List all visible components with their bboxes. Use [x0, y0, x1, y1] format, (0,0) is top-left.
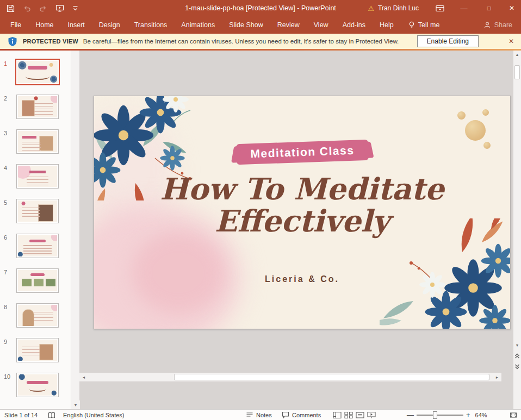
slide-title: How To Meditate Effectively	[94, 171, 510, 238]
maximize-button[interactable]: □	[482, 0, 496, 16]
slide-thumbnail-5[interactable]	[16, 199, 59, 223]
zoom-control: — + 64%	[407, 410, 487, 420]
tab-view[interactable]: View	[307, 16, 336, 34]
status-bar: Slide 1 of 14 English (United States) No…	[0, 409, 521, 420]
slide-indicator: Slide 1 of 14	[4, 410, 38, 420]
fit-slide-to-window-button[interactable]	[509, 410, 518, 420]
account-warning-icon: ⚠	[368, 5, 374, 12]
slide-thumbnail-2[interactable]	[16, 95, 59, 119]
enable-editing-button[interactable]: Enable Editing	[417, 35, 479, 47]
slide-thumbnail-9[interactable]	[16, 338, 59, 362]
slide-badge: Meditation Class	[235, 140, 368, 165]
banner-close-icon[interactable]: ✕	[506, 34, 517, 49]
zoom-in-button[interactable]: +	[466, 411, 470, 418]
slide-title-line1: How To Meditate	[94, 171, 510, 207]
scroll-up-icon[interactable]: ▲	[513, 51, 521, 59]
slide-canvas[interactable]: Meditation Class How To Meditate Effecti…	[94, 96, 511, 329]
slide-thumbnail-7[interactable]	[16, 268, 59, 293]
language-indicator[interactable]: English (United States)	[63, 410, 125, 420]
tab-design[interactable]: Design	[92, 16, 127, 34]
scroll-down-icon[interactable]: ▼	[513, 341, 521, 349]
vertical-scroll-thumb[interactable]	[514, 65, 520, 79]
ribbon-tab-bar: File Home Insert Design Transitions Anim…	[0, 16, 521, 34]
slide-thumbnail-4[interactable]	[16, 164, 59, 189]
tab-review[interactable]: Review	[270, 16, 307, 34]
slide-thumbnail-8[interactable]	[16, 303, 59, 328]
start-slideshow-icon[interactable]	[55, 4, 64, 12]
slide-company: Liceria & Co.	[94, 274, 510, 284]
slide-title-line2: Effectively	[94, 205, 510, 238]
vertical-scrollbar[interactable]: ▲ ▼	[513, 51, 521, 409]
share-button[interactable]: Share	[483, 21, 512, 29]
horizontal-scrollbar[interactable]: ◄ ►	[79, 373, 501, 381]
comments-toggle[interactable]: Comments	[282, 410, 321, 420]
thumbnail-art	[18, 340, 57, 361]
tab-animations[interactable]: Animations	[174, 16, 222, 34]
thumbnail-art	[18, 374, 57, 396]
undo-icon[interactable]	[23, 4, 31, 12]
minimize-button[interactable]: —	[457, 0, 471, 16]
tab-slide-show[interactable]: Slide Show	[222, 16, 270, 34]
thumbnail-art	[18, 235, 57, 256]
next-slide-button[interactable]	[513, 362, 521, 372]
tab-file[interactable]: File	[3, 16, 28, 34]
protected-view-label: PROTECTED VIEW	[23, 38, 78, 45]
slide-number: 10	[4, 373, 10, 380]
redo-icon[interactable]	[39, 4, 47, 12]
slide-number: 8	[4, 304, 7, 310]
tab-insert[interactable]: Insert	[61, 16, 92, 34]
customize-qat-dropdown-icon[interactable]	[72, 5, 78, 11]
tab-transitions[interactable]: Transitions	[127, 16, 175, 34]
tab-home[interactable]: Home	[28, 16, 60, 34]
slide-number: 1	[4, 60, 7, 67]
view-switcher	[333, 410, 376, 420]
horizontal-scroll-thumb[interactable]	[174, 374, 489, 380]
person-icon	[483, 21, 491, 29]
notes-toggle[interactable]: Notes	[246, 410, 272, 420]
slide-sorter-view-icon[interactable]	[344, 411, 353, 419]
reading-view-icon[interactable]	[356, 411, 364, 419]
zoom-level[interactable]: 64%	[473, 412, 487, 418]
account-info[interactable]: ⚠ Tran Dinh Luc	[368, 0, 419, 16]
thumbnail-art	[17, 61, 58, 83]
quick-access-toolbar	[7, 0, 78, 16]
thumbnail-art	[18, 131, 57, 152]
slide-number: 3	[4, 130, 7, 136]
spell-check-icon[interactable]	[48, 410, 55, 420]
slide-number: 5	[4, 199, 7, 206]
comment-icon	[282, 411, 289, 418]
title-bar: 1-mau-slide-pp-hoa [Protected View] - Po…	[0, 0, 521, 16]
slide-show-view-icon[interactable]	[367, 411, 376, 419]
slide-number: 2	[4, 95, 7, 102]
save-icon[interactable]	[7, 4, 15, 12]
tab-help[interactable]: Help	[373, 16, 401, 34]
slide-number: 9	[4, 338, 7, 345]
slide-badge-label: Meditation Class	[250, 144, 355, 160]
zoom-out-button[interactable]: —	[407, 411, 414, 418]
panel-scroll-down-icon[interactable]: ▼	[71, 400, 80, 409]
scroll-left-icon[interactable]: ◄	[79, 373, 88, 381]
thumbnail-art	[18, 96, 57, 117]
window-close-button[interactable]: ✕	[505, 0, 519, 16]
ribbon-display-options-button[interactable]	[433, 0, 447, 16]
zoom-slider-thumb[interactable]	[433, 411, 437, 419]
tell-me-box[interactable]: Tell me	[408, 21, 440, 29]
slide-thumbnail-3[interactable]	[16, 129, 59, 154]
thumbnail-art	[18, 270, 57, 291]
slide-thumbnail-6[interactable]	[16, 234, 59, 258]
slide-thumbnail-1[interactable]	[16, 60, 59, 84]
zoom-slider[interactable]	[417, 415, 463, 416]
panel-scrollbar[interactable]: ▼	[71, 51, 79, 409]
shield-info-icon	[8, 36, 17, 47]
slide-thumbnail-panel: 1 2 3 4 5 6 7 8 9 10	[0, 51, 71, 409]
slide-number: 4	[4, 165, 7, 171]
previous-slide-button[interactable]	[513, 351, 521, 361]
scroll-right-icon[interactable]: ►	[493, 373, 501, 381]
normal-view-icon[interactable]	[333, 411, 342, 419]
tab-add-ins[interactable]: Add-ins	[336, 16, 373, 34]
thumbnail-art	[18, 200, 57, 222]
notes-icon	[246, 412, 253, 418]
thumbnail-art	[18, 166, 57, 187]
thumbnail-art	[18, 305, 57, 326]
slide-thumbnail-10[interactable]	[16, 373, 59, 397]
